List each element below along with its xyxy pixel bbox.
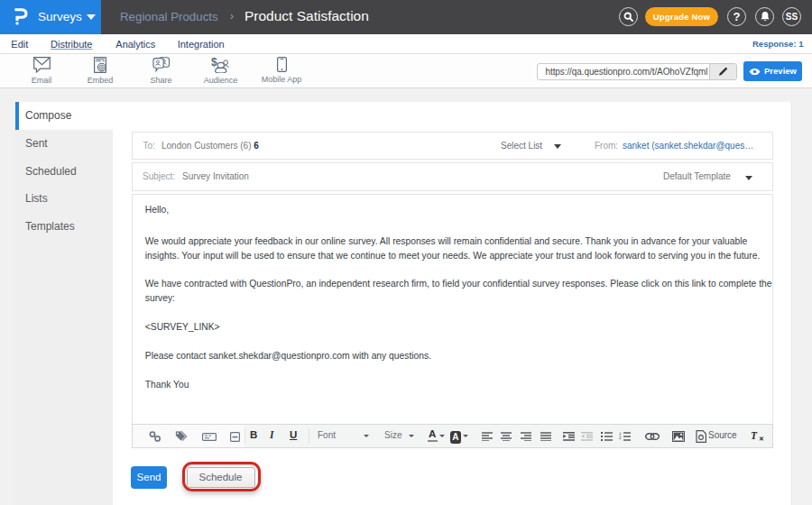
- svg-text:$: $: [211, 57, 217, 69]
- svg-text:2: 2: [619, 436, 622, 440]
